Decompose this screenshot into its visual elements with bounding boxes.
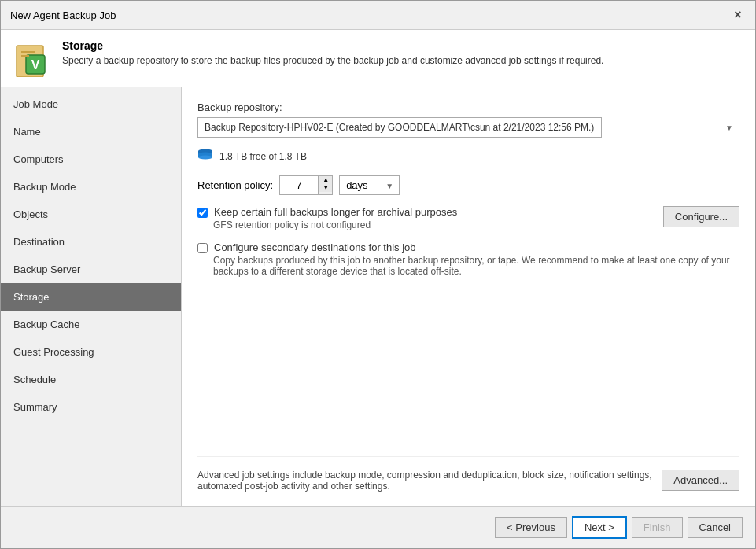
retention-days-select[interactable]: days weeks months [339,175,400,195]
header-text: Storage Specify a backup repository to s… [62,39,603,66]
keep-full-backups-content: Keep certain full backups longer for arc… [197,206,457,230]
spinner-down-button[interactable]: ▼ [319,184,332,192]
database-icon [197,149,213,164]
svg-point-11 [198,156,212,160]
bottom-bar: < Previous Next > Finish Cancel [1,506,755,548]
backup-repository-dropdown-wrapper: Backup Repository-HPHV02-E (Created by G… [197,117,739,138]
keep-full-backups-row: Keep certain full backups longer for arc… [197,206,457,218]
sidebar-item-computers[interactable]: Computers [1,146,181,173]
cancel-button[interactable]: Cancel [688,517,743,538]
sidebar-item-backup-mode[interactable]: Backup Mode [1,173,181,201]
backup-repository-section: Backup repository: Backup Repository-HPH… [197,101,739,138]
storage-icon: V [13,39,51,77]
sidebar-item-objects[interactable]: Objects [1,201,181,228]
main-content: Backup repository: Backup Repository-HPH… [182,87,755,506]
previous-button[interactable]: < Previous [495,517,567,538]
sidebar-item-summary[interactable]: Summary [1,393,181,421]
sidebar-item-schedule[interactable]: Schedule [1,366,181,393]
sidebar-item-backup-cache[interactable]: Backup Cache [1,311,181,338]
storage-info: 1.8 TB free of 1.8 TB [197,149,739,164]
sidebar: Job Mode Name Computers Backup Mode Obje… [1,87,182,506]
sidebar-item-storage[interactable]: Storage [1,283,181,311]
close-button[interactable]: × [730,7,746,23]
retention-policy-row: Retention policy: ▲ ▼ days weeks months [197,175,739,195]
header-title: Storage [62,39,603,52]
sidebar-item-backup-server[interactable]: Backup Server [1,256,181,283]
header-description: Specify a backup repository to store the… [62,55,603,66]
next-button[interactable]: Next > [572,516,627,539]
secondary-destinations-section: Configure secondary destinations for thi… [197,241,739,277]
title-bar: New Agent Backup Job × [1,1,755,30]
retention-policy-label: Retention policy: [197,179,273,191]
finish-button[interactable]: Finish [632,517,683,538]
backup-repository-label: Backup repository: [197,101,739,113]
gfs-retention-desc: GFS retention policy is not configured [213,219,457,230]
spinner-up-button[interactable]: ▲ [319,176,332,184]
keep-full-backups-section: Keep certain full backups longer for arc… [197,206,739,230]
content-area: Job Mode Name Computers Backup Mode Obje… [1,87,755,506]
advanced-section: Advanced job settings include backup mod… [197,456,739,492]
spinner-buttons: ▲ ▼ [319,175,333,195]
secondary-destinations-row: Configure secondary destinations for thi… [197,241,739,253]
dialog-title: New Agent Backup Job [10,9,116,21]
sidebar-item-name[interactable]: Name [1,118,181,146]
retention-value-input[interactable] [279,175,319,195]
retention-spinner-group: ▲ ▼ [279,175,333,195]
backup-repository-dropdown[interactable]: Backup Repository-HPHV02-E (Created by G… [197,117,602,138]
keep-full-backups-checkbox[interactable] [197,208,208,218]
sidebar-item-job-mode[interactable]: Job Mode [1,90,181,118]
secondary-destinations-desc: Copy backups produced by this job to ano… [213,255,739,277]
days-dropdown-wrapper: days weeks months [339,175,400,195]
advanced-info-text: Advanced job settings include backup mod… [197,470,652,492]
sidebar-item-guest-processing[interactable]: Guest Processing [1,338,181,366]
svg-text:V: V [31,58,40,72]
sidebar-item-destination[interactable]: Destination [1,228,181,256]
header-section: V Storage Specify a backup repository to… [1,30,755,87]
secondary-destinations-label: Configure secondary destinations for thi… [214,241,416,253]
dialog: New Agent Backup Job × V Storage Specify… [0,0,756,549]
spacer [197,288,739,445]
keep-full-backups-label: Keep certain full backups longer for arc… [214,206,457,218]
secondary-destinations-checkbox[interactable] [197,243,208,253]
advanced-button[interactable]: Advanced... [662,470,739,491]
storage-info-text: 1.8 TB free of 1.8 TB [219,151,307,162]
configure-button[interactable]: Configure... [663,206,739,227]
